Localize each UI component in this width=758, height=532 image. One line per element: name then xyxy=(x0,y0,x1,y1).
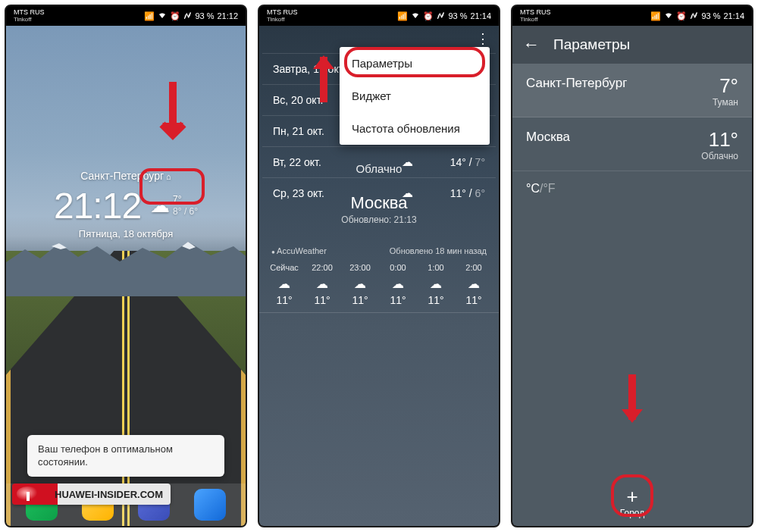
hourly-column: Сейчас☁11° xyxy=(265,263,303,306)
cloud-icon: ☁ xyxy=(303,277,341,291)
widget-date: Пятница, 18 октября xyxy=(36,228,215,239)
wifi-icon xyxy=(411,11,420,21)
dock-app-4[interactable] xyxy=(194,489,226,521)
cloud-icon: ☁ xyxy=(150,194,170,217)
hourly-column: 1:00☁11° xyxy=(417,263,455,306)
widget-city: Санкт-Петербург xyxy=(36,170,215,182)
widget-time: 21:12 xyxy=(54,185,141,227)
screenshot-1-lockscreen: MTS RUSTinkoff 📶 ⏰ 🗲 93 % 21:12 Санкт-Пе… xyxy=(5,5,247,527)
wifi-icon xyxy=(664,11,673,21)
cloud-icon: ☁ xyxy=(417,277,455,291)
condition-text: Облачно xyxy=(259,162,499,175)
cloud-icon: ☁ xyxy=(341,277,379,291)
screenshot-3-weather-settings: MTS RUSTinkoff 📶 ⏰ 🗲 93 % 21:14 ← Параме… xyxy=(511,5,753,527)
menu-item-widget[interactable]: Виджет xyxy=(340,80,490,112)
weather-clock-widget[interactable]: Санкт-Петербург 21:12 ☁ 7° 8° / 6° Пятни… xyxy=(36,170,215,239)
city-card-moscow[interactable]: Москва 11° Облачно xyxy=(512,117,752,171)
hourly-column: 23:00☁11° xyxy=(341,263,379,306)
system-notification[interactable]: Ваш телефон в оптимальном состоянии. xyxy=(27,435,224,477)
signal-icon: 📶 xyxy=(650,11,661,21)
city-card-spb[interactable]: Санкт-Петербург 7° Туман xyxy=(512,64,752,117)
add-city-button[interactable]: + Город xyxy=(512,473,752,526)
mountains-graphic xyxy=(6,236,246,296)
hourly-column: 22:00☁11° xyxy=(303,263,341,306)
alarm-icon: ⏰ xyxy=(676,11,687,21)
cloud-icon: ☁ xyxy=(455,277,493,291)
huawei-logo-icon xyxy=(17,487,39,502)
units-toggle[interactable]: °C/°F xyxy=(512,171,752,206)
plus-icon: + xyxy=(619,483,645,509)
cloud-icon: ☁ xyxy=(379,277,417,291)
hourly-forecast[interactable]: Сейчас☁11°22:00☁11°23:00☁11°0:00☁11°1:00… xyxy=(259,255,499,313)
attribution: AccuWeather xyxy=(271,246,327,255)
battery-icon: 🗲 xyxy=(690,11,698,20)
status-bar: MTS RUSTinkoff 📶 ⏰ 🗲 93 % 21:14 xyxy=(259,6,499,26)
battery-icon: 🗲 xyxy=(183,11,192,20)
cloud-icon: ☁ xyxy=(265,277,303,291)
signal-icon: 📶 xyxy=(144,11,155,21)
last-refreshed: Обновлено 18 мин назад xyxy=(390,246,487,255)
settings-header: ← Параметры xyxy=(512,26,752,64)
current-city: Москва xyxy=(259,193,499,213)
alarm-icon: ⏰ xyxy=(170,11,180,21)
widget-temp-range: 8° / 6° xyxy=(173,206,198,218)
status-bar: MTS RUSTinkoff 📶 ⏰ 🗲 93 % 21:12 xyxy=(6,6,246,26)
clock: 21:14 xyxy=(723,11,744,20)
menu-item-refresh-rate[interactable]: Частота обновления xyxy=(340,112,490,145)
site-watermark: HUAWEI-INSIDER.COM xyxy=(12,483,171,505)
updated-time: Обновлено: 21:13 xyxy=(259,214,499,225)
back-arrow-icon[interactable]: ← xyxy=(523,35,540,55)
screenshot-2-weather-app: MTS RUSTinkoff 📶 ⏰ 🗲 93 % 21:14 ⋮ Параме… xyxy=(258,5,500,527)
hourly-column: 0:00☁11° xyxy=(379,263,417,306)
signal-icon: 📶 xyxy=(397,11,408,21)
hourly-column: 2:00☁11° xyxy=(455,263,493,306)
widget-temp: 7° xyxy=(173,194,198,206)
overflow-menu: Параметры Виджет Частота обновления xyxy=(340,47,490,145)
menu-item-settings[interactable]: Параметры xyxy=(340,47,490,80)
status-bar: MTS RUSTinkoff 📶 ⏰ 🗲 93 % 21:14 xyxy=(512,6,752,26)
alarm-icon: ⏰ xyxy=(423,11,434,21)
clock: 21:12 xyxy=(217,11,238,20)
clock: 21:14 xyxy=(470,11,491,20)
overflow-menu-icon[interactable]: ⋮ xyxy=(476,30,490,47)
battery-icon: 🗲 xyxy=(437,11,445,20)
wifi-icon xyxy=(158,11,167,21)
settings-title: Параметры xyxy=(553,36,630,53)
